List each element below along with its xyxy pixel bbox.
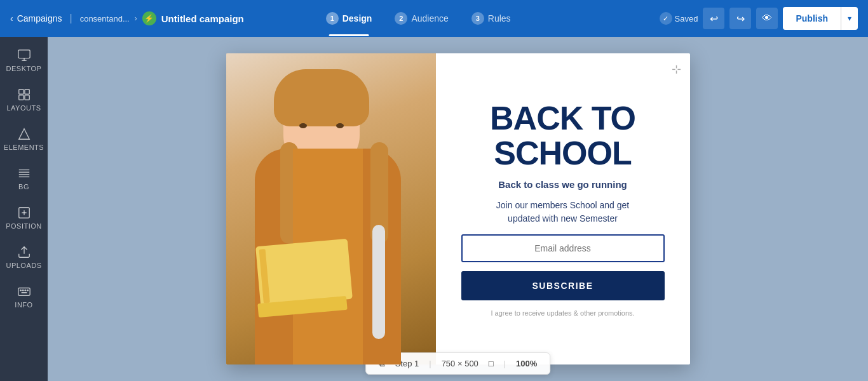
publish-button[interactable]: Publish [783,7,841,30]
main-layout: DESKTOP LAYOUTS ELEMENTS BG POSITION UPL… [0,37,868,381]
sidebar-label-info: INFO [15,301,32,309]
sidebar-label-uploads: UPLOADS [6,262,41,269]
brand-label: consentand... [80,14,130,23]
step-tab-rules[interactable]: 3 Rules [461,8,521,29]
sidebar-item-info[interactable]: INFO [3,278,46,315]
sidebar-item-uploads[interactable]: UPLOADS [3,239,46,276]
back-to-campaigns[interactable]: ‹ Campaigns [10,13,62,23]
publish-button-group: Publish ▾ [783,7,858,30]
sidebar-label-layouts: LAYOUTS [6,104,41,112]
svg-rect-3 [18,90,23,94]
svg-rect-4 [24,90,29,94]
campaigns-label: Campaigns [17,13,62,23]
svg-rect-5 [18,95,23,100]
upload-icon [17,245,31,259]
top-navigation: ‹ Campaigns | consentand... › ⚡ Untitled… [0,0,868,37]
svg-rect-0 [18,50,29,58]
campaign-status-icon: ⚡ [142,11,156,25]
campaign-title[interactable]: Untitled campaign [161,13,244,24]
step-label-design: Design [342,13,372,23]
step-tab-audience[interactable]: 2 Audience [384,8,458,29]
position-icon [17,206,31,220]
step-tab-design[interactable]: 1 Design [316,8,383,29]
layouts-icon [17,88,31,102]
sidebar-label-bg: BG [18,183,29,190]
terms-label: I agree to receive updates & other promo… [491,309,634,317]
breadcrumb-arrow-icon: › [135,14,137,23]
step-num-1: 1 [326,12,339,25]
saved-status: ✓ Saved [660,12,698,25]
step-label-audience: Audience [411,13,448,23]
preview-button[interactable]: 👁 [756,8,778,29]
svg-rect-6 [24,95,29,100]
sidebar-label-desktop: DESKTOP [6,65,42,72]
popup-card[interactable]: BACK TO SCHOOL Back to class we go runni… [226,53,690,364]
drag-move-icon[interactable]: ⊹ [672,62,681,76]
svg-rect-16 [18,288,29,296]
publish-dropdown-button[interactable]: ▾ [841,7,858,30]
popup-title: BACK TO SCHOOL [490,101,635,170]
keyboard-icon [17,284,31,298]
saved-label: Saved [675,14,698,23]
popup-subtitle: Back to class we go running [498,179,627,190]
step-tabs: 1 Design 2 Audience 3 Rules [316,8,521,29]
elements-icon [17,127,31,141]
books-group [258,243,350,314]
step-num-3: 3 [471,12,484,25]
subscribe-button[interactable]: SUBSCRIBE [461,271,665,300]
back-arrow-icon: ‹ [10,13,13,23]
popup-content-side: BACK TO SCHOOL Back to class we go runni… [436,53,690,364]
sidebar-label-position: POSITION [6,222,42,230]
step-num-2: 2 [395,12,407,25]
sidebar-item-bg[interactable]: BG [3,160,46,197]
bg-icon [17,166,31,180]
nav-separator-1: | [70,13,72,24]
hair-top [274,69,369,126]
redo-button[interactable]: ↪ [729,8,751,29]
step-label-rules: Rules [488,13,511,23]
sidebar: DESKTOP LAYOUTS ELEMENTS BG POSITION UPL… [0,37,48,381]
nav-right-actions: ✓ Saved ↩ ↪ 👁 Publish ▾ [660,7,858,30]
canvas-area: BACK TO SCHOOL Back to class we go runni… [48,37,868,381]
divider-2: | [504,359,506,368]
divider-1: | [429,359,431,368]
sidebar-item-desktop[interactable]: DESKTOP [3,42,46,79]
sidebar-item-layouts[interactable]: LAYOUTS [3,81,46,118]
sidebar-label-elements: ELEMENTS [4,144,44,151]
backpack-strap [372,225,385,339]
dimensions-label: 750 × 500 [442,359,478,368]
popup-image-side [226,53,436,364]
popup-description: Join our members School and getupdated w… [496,199,629,225]
monitor-icon [17,48,31,62]
email-input[interactable] [461,234,665,262]
zoom-level: 100% [516,359,537,368]
undo-button[interactable]: ↩ [703,8,724,29]
sidebar-item-position[interactable]: POSITION [3,199,46,236]
screen-icon: □ [489,359,494,368]
sidebar-item-elements[interactable]: ELEMENTS [3,121,46,157]
saved-check-icon: ✓ [660,12,672,25]
girl-figure [245,60,417,364]
